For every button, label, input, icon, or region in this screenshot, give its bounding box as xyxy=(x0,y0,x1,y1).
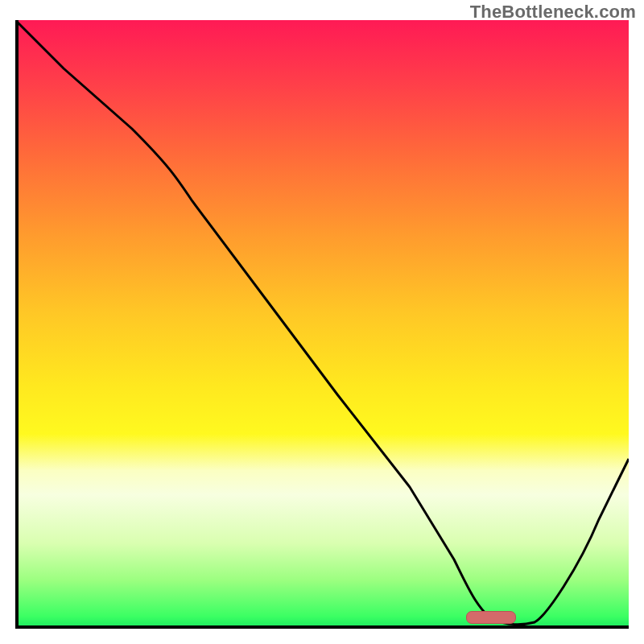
plot-area xyxy=(15,20,629,629)
optimal-range-marker xyxy=(466,611,516,624)
curve-path xyxy=(15,20,629,625)
y-axis xyxy=(15,20,19,629)
chart-container: TheBottleneck.com xyxy=(0,0,644,644)
x-axis xyxy=(15,625,629,629)
watermark-text: TheBottleneck.com xyxy=(470,2,636,23)
bottleneck-curve xyxy=(15,20,629,629)
